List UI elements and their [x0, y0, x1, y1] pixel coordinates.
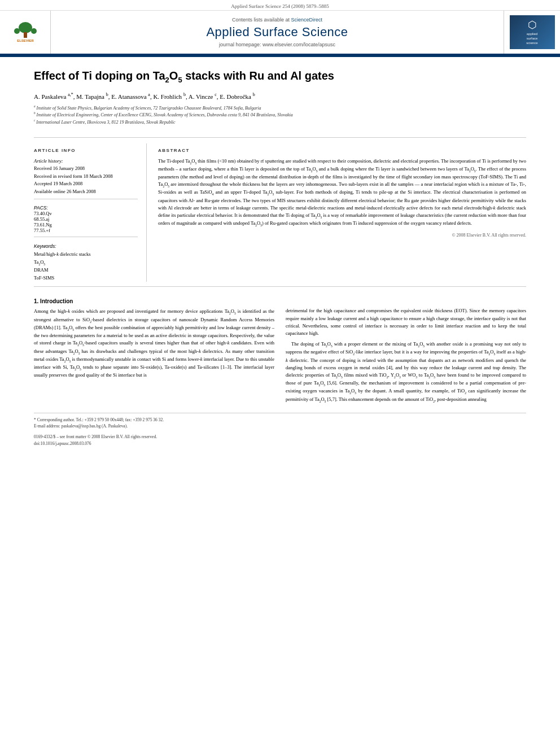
- info-divider-1: [34, 199, 138, 199]
- journal-volume-info: Applied Surface Science 254 (2008) 5879–…: [231, 3, 329, 9]
- journal-header-center: Contents lists available at ScienceDirec…: [51, 11, 504, 54]
- intro-left-text: Among the high-k oxides which are propos…: [34, 308, 274, 379]
- pacs-value-4: 77.55.+f: [34, 228, 138, 233]
- pacs-value-3: 73.61.Ng: [34, 222, 138, 228]
- journal-logo-icon: ⬡: [528, 19, 537, 31]
- info-divider-2: [34, 237, 138, 237]
- journal-logo-area: ⬡ appliedsurfacescience: [504, 11, 560, 54]
- journal-title: Applied Surface Science: [206, 25, 348, 40]
- keywords-block: Keywords: Metal/high-k dielectric stacks…: [34, 243, 138, 282]
- corresponding-author-note: * Corresponding author. Tel.: +359 2 979…: [34, 417, 526, 423]
- body-two-col: 1. Introduction Among the high-k oxides …: [0, 291, 560, 407]
- sciencedirect-line: Contents lists available at ScienceDirec…: [232, 17, 322, 23]
- svg-point-4: [31, 28, 37, 34]
- section-divider-2: [34, 286, 526, 287]
- pacs-block: PACS: 73.40.Qv 68.55.aj 73.61.Ng 77.55.+…: [34, 205, 138, 233]
- elsevier-logo: ELSEVIER: [8, 21, 42, 43]
- svg-point-1: [19, 22, 32, 33]
- pacs-value-2: 68.55.aj: [34, 216, 138, 222]
- footnote-section: * Corresponding author. Tel.: +359 2 979…: [34, 413, 526, 430]
- journal-logo-box: ⬡ appliedsurfacescience: [510, 15, 555, 49]
- elsevier-logo-graphic: ELSEVIER: [8, 21, 42, 43]
- body-right-col: detrimental for the high capacitance and…: [286, 297, 526, 407]
- copyright-line: © 2008 Elsevier B.V. All rights reserved…: [158, 233, 526, 241]
- pacs-value-1: 73.40.Qv: [34, 211, 138, 216]
- email-note: E-mail address: paskaleva@issp.bas.bg (A…: [34, 423, 526, 429]
- keyword-2: Ta2O5: [34, 259, 138, 267]
- abstract-column: ABSTRACT The Ti-doped Ta2O5 thin films (…: [158, 143, 526, 282]
- journal-homepage: journal homepage: www.elsevier.com/locat…: [219, 42, 335, 47]
- keyword-4: ToF-SIMS: [34, 274, 138, 282]
- affiliations: a Institute of Solid State Physics, Bulg…: [34, 104, 526, 126]
- svg-point-3: [14, 28, 20, 34]
- section-divider-1: [34, 137, 526, 138]
- intro-right-text: detrimental for the high capacitance and…: [286, 307, 526, 404]
- doi-line: doi:10.1016/j.apsusc.2008.03.076: [34, 440, 526, 447]
- elsevier-logo-area: ELSEVIER: [0, 11, 51, 54]
- top-bar: Applied Surface Science 254 (2008) 5879–…: [0, 0, 560, 11]
- intro-section-header: 1. Introduction: [34, 298, 274, 304]
- accepted-date: Accepted 19 March 2008: [34, 180, 138, 188]
- received-date: Received 16 January 2008: [34, 165, 138, 173]
- keyword-3: DRAM: [34, 267, 138, 274]
- available-date: Available online 26 March 2008: [34, 188, 138, 196]
- journal-header: ELSEVIER Contents lists available at Sci…: [0, 11, 560, 55]
- page-wrapper: Applied Surface Science 254 (2008) 5879–…: [0, 0, 560, 747]
- article-title: Effect of Ti doping on Ta2O5 stacks with…: [34, 68, 526, 85]
- article-history-block: Article history: Received 16 January 200…: [34, 158, 138, 196]
- journal-logo-text: appliedsurfacescience: [526, 32, 537, 45]
- keyword-1: Metal/high-k dielectric stacks: [34, 251, 138, 259]
- issn-line: 0169-4332/$ – see front matter © 2008 El…: [34, 434, 526, 440]
- revised-date: Received in revised form 18 March 2008: [34, 173, 138, 181]
- article-info-abstract-section: ARTICLE INFO Article history: Received 1…: [0, 143, 560, 282]
- article-history-label: Article history:: [34, 158, 138, 165]
- authors-line: A. Paskaleva a,*, M. Tapajna b, E. Atana…: [34, 92, 526, 100]
- article-info-column: ARTICLE INFO Article history: Received 1…: [34, 143, 147, 282]
- sciencedirect-link[interactable]: ScienceDirect: [291, 17, 323, 23]
- svg-text:ELSEVIER: ELSEVIER: [17, 39, 34, 42]
- body-left-col: 1. Introduction Among the high-k oxides …: [34, 297, 274, 407]
- keywords-label: Keywords:: [34, 243, 138, 251]
- abstract-header: ABSTRACT: [158, 148, 526, 153]
- pacs-label: PACS:: [34, 205, 138, 211]
- article-info-header: ARTICLE INFO: [34, 148, 138, 153]
- article-title-section: Effect of Ti doping on Ta2O5 stacks with…: [0, 57, 560, 132]
- svg-rect-2: [24, 32, 27, 38]
- footnote-bottom: 0169-4332/$ – see front matter © 2008 El…: [34, 434, 526, 447]
- abstract-text: The Ti-doped Ta2O5 thin films (<10 nm) o…: [158, 158, 526, 228]
